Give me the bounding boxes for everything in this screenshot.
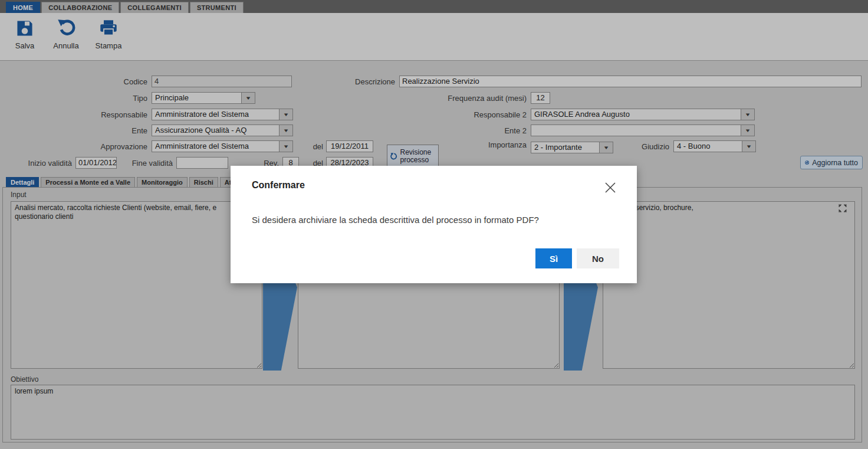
- dialog-no-button[interactable]: No: [577, 248, 619, 268]
- close-icon[interactable]: [604, 181, 617, 194]
- dialog-title: Confermare: [252, 180, 305, 191]
- dialog-yes-button[interactable]: Sì: [535, 248, 572, 268]
- confirm-dialog: Confermare Si desidera archiviare la sch…: [231, 166, 637, 283]
- dialog-message: Si desidera archiviare la scheda descrit…: [252, 214, 617, 226]
